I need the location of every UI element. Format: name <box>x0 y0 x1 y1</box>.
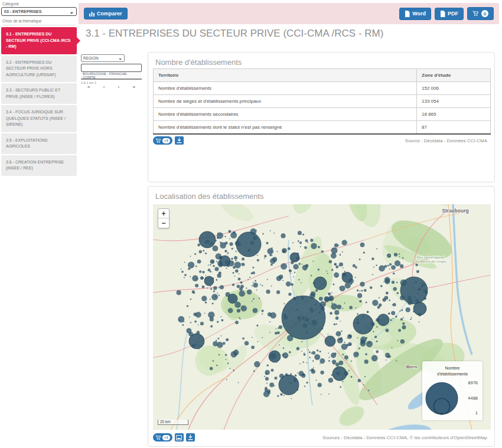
map-legend: Nombre d'établissements 8976 4488 1 <box>422 361 483 420</box>
cart-icon <box>155 138 161 143</box>
theme-choice-label: Choix de la thématique <box>2 19 76 25</box>
legend-circles <box>423 379 460 417</box>
cart-icon <box>155 435 161 440</box>
map-city-label: Bern <box>406 364 417 369</box>
sidebar-item[interactable]: 3.4 - FOCUS JURIDIQUE SUR QUELQUES STATU… <box>1 105 77 132</box>
territory-result-item[interactable]: BOURGOGNE - FRANCHE-COMTE <box>81 72 142 80</box>
territory-level-value: REGION <box>83 56 99 60</box>
row-value: 18 865 <box>417 108 491 121</box>
table-header-row: Territoire Zone d'étude <box>154 69 491 82</box>
legend-value-min: 1 <box>475 410 478 416</box>
legend-value-max: 8976 <box>468 380 478 385</box>
cart-icon <box>472 11 479 17</box>
map-zoom-control: + − <box>158 208 169 228</box>
category-select[interactable]: 03 - ENTREPRISES ⌄ <box>1 7 77 16</box>
indicator-table: Territoire Zone d'étude Nombre d'établis… <box>153 68 491 135</box>
zoom-in-button[interactable]: + <box>158 209 169 218</box>
row-value: 87 <box>417 121 491 134</box>
row-value: 152 006 <box>417 82 491 95</box>
export-word-button[interactable]: Word <box>399 8 431 20</box>
chevron-down-icon: ⌄ <box>118 57 122 60</box>
legend-value-mid: 4488 <box>468 395 478 401</box>
establishments-count-card: Nombre d'établissements Territoire Zone … <box>148 52 495 182</box>
territory-picker: REGION ⌄ BOURGOGNE - FRANCHE-COMTE 1 à 1… <box>81 54 142 91</box>
column-header-zone: Zone d'étude <box>417 69 491 82</box>
sidebar-theme-list: 3.1 - ENTREPRISES DU SECTEUR PRIVE (CCI-… <box>1 27 77 176</box>
legend-values: 8976 4488 1 <box>468 380 478 416</box>
sidebar-item[interactable]: 3.6 - CREATION ENTREPRISE (INSEE / REE) <box>1 155 77 176</box>
sidebar-item[interactable]: 3.1 - ENTREPRISES DU SECTEUR PRIVE (CCI-… <box>1 27 77 54</box>
category-select-value: 03 - ENTREPRISES <box>4 9 41 14</box>
pdf-button-label: PDF <box>448 11 458 17</box>
first-page-button[interactable]: « <box>87 85 90 89</box>
pdf-file-icon <box>440 11 445 17</box>
cart-plus-badge: +1 <box>162 435 170 440</box>
map-city-label: Strasbourg <box>442 208 468 214</box>
column-header-territory: Territoire <box>154 69 417 82</box>
download-icon <box>188 434 193 440</box>
sources-text: Sources : Décidata - Données CCI-CMA, © … <box>322 435 487 440</box>
toolbar: Comparer Word PDF 0 <box>79 3 499 24</box>
territory-result-label: BOURGOGNE - FRANCHE-COMTE <box>83 72 140 79</box>
row-value: 133 054 <box>417 95 491 108</box>
compare-button-label: Comparer <box>97 11 122 17</box>
map[interactable]: Strasbourg Bern Parc naturel régional de… <box>153 204 491 430</box>
pagination-controls: « ‹ › » <box>81 85 142 91</box>
export-image-button[interactable] <box>175 433 184 442</box>
cart-count-badge: 0 <box>481 10 488 17</box>
map-park-label: Parc naturel régional <box>417 256 445 259</box>
sidebar-item[interactable]: 3.3 - SECTEURS PUBLIC ET PRIVE (INSEE / … <box>1 83 77 104</box>
map-scale-bar: 20 km <box>158 420 188 425</box>
last-page-button[interactable]: » <box>132 85 135 89</box>
page-title: 3.1 - ENTREPRISES DU SECTEUR PRIVE (CCI-… <box>86 28 493 40</box>
sidebar: Catégorie 03 - ENTREPRISES ⌄ Choix de la… <box>1 1 77 177</box>
legend-title: Nombre d'établissements <box>422 365 483 377</box>
download-icon <box>177 138 182 143</box>
table-actions: +1 <box>153 136 184 145</box>
image-icon <box>176 435 182 440</box>
map-park-label: des Ballons des Vosges <box>415 260 446 263</box>
add-to-cart-button[interactable]: +1 <box>153 433 172 442</box>
prev-page-button[interactable]: ‹ <box>103 85 105 89</box>
row-label: Nombre d'établissements secondaires <box>154 108 417 121</box>
export-pdf-button[interactable]: PDF <box>435 8 464 20</box>
sidebar-item[interactable]: 3.5 - EXPLOITATIONS AGRICOLES <box>1 133 77 154</box>
source-text: Source : Décidata - Données CCI-CMA <box>405 138 487 143</box>
establishments-map-card: Localisation des établissements <box>148 186 495 447</box>
sidebar-item[interactable]: 3.2 - ENTREPRISES DU SECTEUR PRIVE HORS … <box>1 55 77 83</box>
word-file-icon <box>405 11 410 17</box>
zoom-out-button[interactable]: − <box>158 218 169 228</box>
table-row: Nombre d'établissements152 006 <box>154 82 491 95</box>
cart-plus-badge: +1 <box>162 138 170 143</box>
territory-level-select[interactable]: REGION ⌄ <box>81 54 125 62</box>
card-title: Nombre d'établissements <box>155 58 242 67</box>
next-page-button[interactable]: › <box>118 85 120 89</box>
compare-button[interactable]: Comparer <box>84 8 128 19</box>
chevron-down-icon: ⌄ <box>69 10 74 14</box>
download-button[interactable] <box>186 433 195 442</box>
add-to-cart-button[interactable]: +1 <box>153 136 172 145</box>
word-button-label: Word <box>412 11 426 17</box>
table-row: Nombre d'établissements dont le statut n… <box>154 121 491 134</box>
bar-chart-icon <box>89 11 94 17</box>
indicator-table-body: Nombre d'établissements152 006Nombre de … <box>154 82 491 134</box>
row-label: Nombre d'établissements dont le statut n… <box>154 121 417 134</box>
table-row: Nombre de sièges et d'établissements pri… <box>154 95 491 108</box>
territory-search-input[interactable] <box>81 64 142 72</box>
row-label: Nombre de sièges et d'établissements pri… <box>154 95 417 108</box>
card-title: Localisation des établissements <box>155 192 264 201</box>
table-row: Nombre d'établissements secondaires18 86… <box>154 108 491 121</box>
row-label: Nombre d'établissements <box>154 82 417 95</box>
map-actions: +1 <box>153 433 195 442</box>
cart-button[interactable]: 0 <box>467 7 494 20</box>
category-label: Catégorie <box>2 2 76 6</box>
download-button[interactable] <box>175 136 184 145</box>
